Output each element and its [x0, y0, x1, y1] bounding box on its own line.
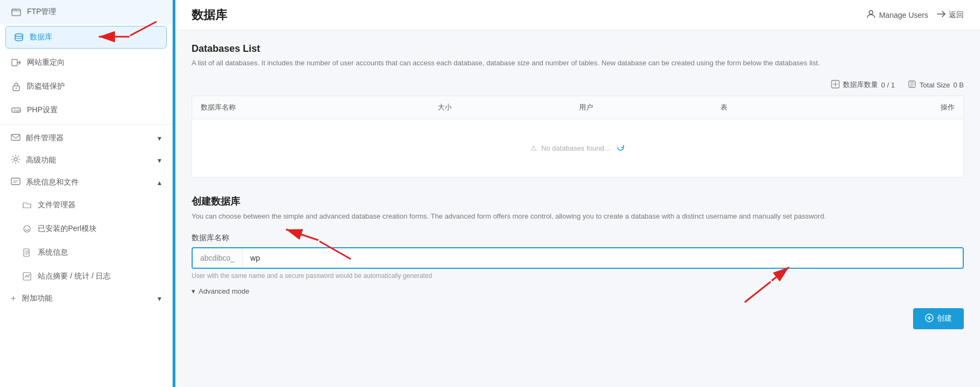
- svg-point-4: [16, 87, 17, 89]
- sidebar-item-redirect-label: 网站重定向: [27, 58, 161, 67]
- create-db-title: 创建数据库: [192, 195, 964, 208]
- sidebar-group-addons[interactable]: + 附加功能 ▾: [0, 288, 172, 309]
- create-button-label: 创建: [937, 314, 952, 323]
- back-label: 返回: [949, 10, 964, 20]
- sidebar-item-hotlink-label: 防盗链保护: [27, 82, 161, 91]
- stats-label: 站点摘要 / 统计 / 日志: [38, 271, 111, 281]
- chevron-down-icon-3: ▾: [158, 294, 161, 303]
- svg-point-1: [15, 34, 23, 37]
- svg-point-13: [869, 11, 873, 15]
- db-input-hint: User with the same name and a secure pas…: [192, 272, 964, 280]
- sidebar-group-advanced[interactable]: 高级功能 ▾: [0, 149, 172, 171]
- empty-row: ⚠ No databases found...: [192, 119, 964, 177]
- db-input-prefix: abcdibco_: [193, 248, 243, 268]
- sidebar-group-sysinfo-label: 系统信息和文件: [26, 178, 79, 187]
- sidebar-item-ftp[interactable]: FTP管理: [0, 0, 172, 24]
- sidebar-item-sysinfo2[interactable]: 系统信息: [0, 241, 172, 264]
- chevron-down-icon-2: ▾: [158, 156, 161, 165]
- svg-point-8: [14, 158, 17, 161]
- total-size-stat: Total Size 0 B: [908, 80, 964, 90]
- sidebar: FTP管理 数据库 网站重定向: [0, 0, 173, 387]
- warning-icon: ⚠: [530, 144, 537, 152]
- col-db-name: 数据库名称: [192, 96, 430, 119]
- folder-outline-icon: [22, 200, 32, 211]
- chart-icon: [22, 271, 32, 282]
- topbar: 数据库 Manage Users: [175, 0, 980, 30]
- sidebar-item-filemanager[interactable]: 文件管理器: [0, 193, 172, 217]
- create-database-button[interactable]: 创建: [913, 308, 964, 329]
- no-data-message: ⚠ No databases found...: [201, 127, 955, 169]
- sidebar-group-sysinfo[interactable]: 系统信息和文件 ▴: [0, 171, 172, 193]
- databases-list-section: Databases List A list of all databases. …: [192, 43, 964, 178]
- manage-users-button[interactable]: Manage Users: [866, 9, 928, 21]
- svg-rect-7: [11, 134, 20, 140]
- database-icon: [13, 32, 24, 43]
- sidebar-item-database[interactable]: 数据库: [5, 26, 167, 49]
- db-name-input[interactable]: [243, 248, 963, 268]
- sidebar-item-perl[interactable]: 已安装的Perl模块: [0, 217, 172, 241]
- svg-point-10: [24, 226, 30, 232]
- create-database-section: 创建数据库 You can choose between the simple …: [192, 195, 964, 329]
- total-size-label: Total Size: [920, 81, 950, 89]
- file-icon: [22, 247, 32, 258]
- sysinfo2-label: 系统信息: [38, 248, 68, 257]
- db-name-field-label: 数据库名称: [192, 233, 964, 243]
- perl-label: 已安装的Perl模块: [38, 224, 97, 234]
- svg-text:PHP: PHP: [13, 109, 21, 113]
- sidebar-group-mail[interactable]: 邮件管理器 ▾: [0, 127, 172, 149]
- sidebar-group-advanced-label: 高级功能: [26, 155, 56, 165]
- databases-list-desc: A list of all databases. It includes the…: [192, 58, 964, 69]
- db-count-icon: [831, 80, 840, 90]
- page-title: 数据库: [192, 7, 227, 23]
- col-size: 大小: [429, 96, 570, 119]
- chevron-down-icon-4: ▾: [192, 287, 195, 295]
- lock-icon: [11, 81, 22, 92]
- advanced-mode-toggle[interactable]: ▾ Advanced mode: [192, 287, 964, 295]
- create-db-desc: You can choose between the simple and ad…: [192, 211, 964, 222]
- sidebar-item-php[interactable]: PHP PHP设置: [0, 98, 172, 122]
- chevron-up-icon: ▴: [158, 178, 161, 187]
- total-size-value: 0 B: [953, 81, 964, 89]
- plus-circle-icon: [925, 314, 934, 324]
- advanced-icon: [11, 154, 21, 166]
- back-icon: [937, 10, 945, 20]
- databases-table: 数据库名称 大小 用户 表 操作 ⚠ No databa: [192, 96, 964, 178]
- manage-users-label: Manage Users: [879, 11, 928, 19]
- sidebar-group-sysinfo-children: 文件管理器 已安装的Perl模块 系统信息: [0, 193, 172, 288]
- total-size-icon: [908, 80, 916, 90]
- main-content: 数据库 Manage Users: [175, 0, 980, 387]
- sidebar-group-addons-label: 附加功能: [22, 294, 52, 303]
- svg-rect-12: [23, 273, 31, 280]
- perl-icon: [22, 223, 32, 234]
- sidebar-item-database-label: 数据库: [30, 32, 159, 42]
- topbar-actions: Manage Users 返回: [866, 9, 964, 21]
- sidebar-item-ftp-label: FTP管理: [27, 7, 161, 17]
- col-user: 用户: [570, 96, 712, 119]
- col-tables: 表: [712, 96, 821, 119]
- create-btn-row: 创建: [192, 308, 964, 329]
- back-button[interactable]: 返回: [937, 10, 964, 20]
- sidebar-item-hotlink[interactable]: 防盗链保护: [0, 74, 172, 98]
- db-count-label: 数据库数量: [843, 80, 878, 90]
- sidebar-group-mail-label: 邮件管理器: [26, 133, 64, 143]
- advanced-mode-label: Advanced mode: [199, 287, 249, 295]
- php-icon: PHP: [11, 105, 22, 116]
- refresh-icon[interactable]: [616, 143, 625, 153]
- col-actions: 操作: [821, 96, 964, 119]
- folder-icon: [11, 6, 22, 17]
- sidebar-item-php-label: PHP设置: [27, 105, 161, 115]
- sysinfo-icon: [11, 176, 21, 188]
- filemanager-label: 文件管理器: [38, 200, 76, 210]
- db-count-value: 0 / 1: [881, 81, 895, 89]
- sidebar-item-stats[interactable]: 站点摘要 / 统计 / 日志: [0, 264, 172, 288]
- databases-list-title: Databases List: [192, 43, 964, 55]
- db-count-stat: 数据库数量 0 / 1: [831, 80, 895, 90]
- content-area: Databases List A list of all databases. …: [175, 30, 980, 342]
- redirect-icon: [11, 57, 22, 68]
- plus-icon: +: [11, 294, 16, 303]
- chevron-down-icon: ▾: [158, 134, 161, 142]
- mail-icon: [11, 132, 21, 144]
- sidebar-item-redirect[interactable]: 网站重定向: [0, 51, 172, 74]
- stats-bar: 数据库数量 0 / 1 Total Size 0 B: [192, 80, 964, 90]
- svg-rect-9: [11, 178, 20, 185]
